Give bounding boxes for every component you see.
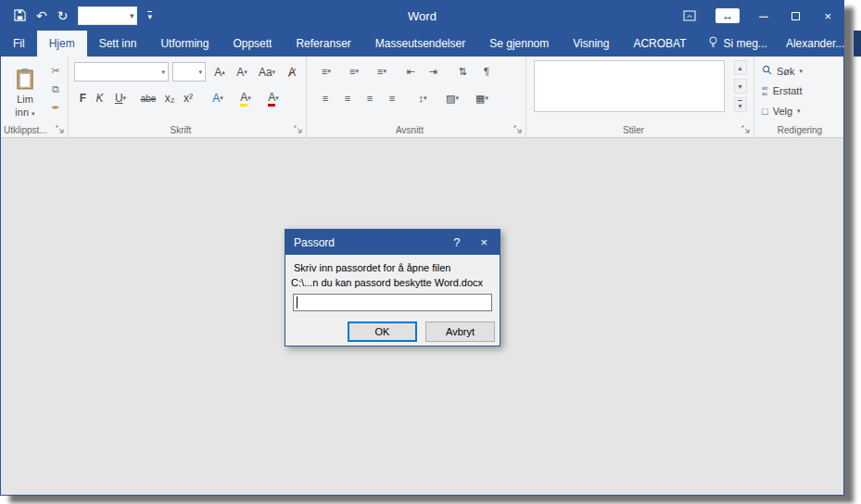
tab-sett-inn[interactable]: Sett inn (87, 31, 149, 57)
dialog-title: Passord (294, 236, 335, 249)
search-icon (762, 65, 772, 77)
styles-scroll-up-button[interactable]: ▴ (734, 60, 747, 75)
tell-me-button[interactable]: Si meg... (699, 31, 777, 57)
text-highlight-color-button[interactable]: A▾ (234, 88, 258, 108)
italic-button[interactable]: K (93, 88, 107, 108)
underline-button[interactable]: U▾ (109, 88, 132, 108)
chevron-down-icon: ▾ (161, 69, 168, 76)
text-effects-button[interactable]: A▾ (206, 88, 230, 108)
align-center-button[interactable]: ≡ (338, 88, 357, 108)
password-input[interactable] (293, 294, 492, 311)
dialog-titlebar[interactable]: Passord ? × (285, 230, 500, 255)
customize-qat-icon[interactable]: ▾ (147, 11, 152, 21)
replace-button[interactable]: abac Erstatt (762, 85, 802, 96)
tab-se-gjennom[interactable]: Se gjennom (477, 31, 561, 57)
clipboard-group-label: Utklippst... (1, 125, 55, 135)
resize-button[interactable]: ↔ (708, 1, 747, 31)
dialog-close-button[interactable]: × (480, 235, 487, 249)
cut-button[interactable]: ✂ (47, 64, 64, 77)
styles-group: ▴ ▾ ▾ Stiler (526, 57, 754, 137)
change-case-button[interactable]: Aa▾ (255, 62, 279, 82)
grow-font-button[interactable]: A▴ (209, 62, 230, 82)
save-icon[interactable] (14, 9, 26, 23)
strikethrough-button[interactable]: abe (137, 88, 159, 108)
tab-visning[interactable]: Visning (561, 31, 621, 57)
align-right-button[interactable]: ≡ (361, 88, 379, 108)
tab-referanser[interactable]: Referanser (284, 31, 362, 57)
font-color-button[interactable]: A▾ (261, 88, 285, 108)
tab-acrobat[interactable]: ACROBAT (621, 31, 698, 57)
borders-icon: ▦ (475, 94, 485, 104)
font-dialog-launcher-icon[interactable] (294, 125, 303, 134)
shading-button[interactable]: ▨▾ (440, 88, 464, 108)
multilevel-list-button[interactable]: ≡▾ (370, 62, 394, 81)
bullets-button[interactable]: ≡▾ (314, 62, 338, 81)
sort-button[interactable]: ⇅ (453, 62, 472, 81)
bold-button[interactable]: F (76, 88, 90, 108)
lightbulb-icon (708, 36, 718, 51)
qat-combobox[interactable]: ▾ (78, 6, 137, 25)
dialog-help-button[interactable]: ? (453, 235, 460, 249)
dialog-message-line1: Skriv inn passordet for å åpne filen (294, 262, 450, 273)
tell-me-label: Si meg... (724, 37, 767, 50)
ribbon-tabs: Fil Hjem Sett inn Utforming Oppsett Refe… (1, 31, 843, 57)
paste-button[interactable]: Lim inn ▾ (5, 60, 45, 125)
styles-scrollbar: ▴ ▾ ▾ (733, 60, 747, 112)
account-button[interactable]: Alexander... (777, 31, 854, 57)
minimize-button[interactable]: ─ (747, 1, 779, 31)
numbering-button[interactable]: ≡▾ (342, 62, 366, 81)
word-window: ↶ ↻ ▾ ▾ Word ↔ ─ × Fil Hjem Sett inn Utf… (0, 0, 844, 496)
format-painter-icon: ✒ (51, 103, 59, 113)
pilcrow-icon: ¶ (484, 67, 489, 77)
replace-label: Erstatt (773, 85, 803, 96)
cancel-button[interactable]: Avbryt (425, 321, 495, 342)
show-formatting-marks-button[interactable]: ¶ (477, 62, 496, 81)
align-left-icon: ≡ (323, 94, 328, 104)
increase-indent-icon: ⇥ (428, 67, 437, 77)
align-left-button[interactable]: ≡ (316, 88, 335, 108)
copy-button[interactable]: ⧉ (47, 82, 64, 95)
superscript-button[interactable]: x² (180, 88, 196, 108)
clear-formatting-button[interactable]: A (283, 62, 301, 82)
tab-hjem[interactable]: Hjem (37, 31, 87, 57)
tab-masseutsendelser[interactable]: Masseutsendelser (363, 31, 477, 57)
chevron-down-icon: ▾ (198, 69, 205, 76)
styles-dialog-launcher-icon[interactable] (741, 125, 751, 134)
clipboard-dialog-launcher-icon[interactable] (56, 125, 65, 134)
paragraph-group: ≡▾ ≡▾ ≡▾ ⇤ ⇥ ⇅ ¶ ≡ ≡ ≡ ≡ ↕▾ ▨▾ ▦▾ Avsnit… (307, 57, 526, 137)
select-button[interactable]: □ Velg ▾ (762, 106, 801, 117)
line-spacing-button[interactable]: ↕▾ (411, 88, 435, 108)
font-name-combobox[interactable]: ▾ (74, 62, 169, 82)
shrink-font-button[interactable]: A▾ (232, 62, 252, 82)
decrease-indent-button[interactable]: ⇤ (401, 62, 420, 81)
font-group-label: Skrift (69, 125, 293, 135)
share-button[interactable]: Del (854, 31, 861, 57)
styles-more-button[interactable]: ▾ (734, 97, 747, 112)
styles-scroll-down-button[interactable]: ▾ (734, 79, 747, 94)
tab-fil[interactable]: Fil (1, 31, 37, 57)
undo-icon[interactable]: ↶ (36, 9, 47, 22)
select-label: Velg (773, 106, 792, 117)
maximize-button[interactable] (779, 1, 812, 31)
justify-button[interactable]: ≡ (383, 88, 401, 108)
borders-button[interactable]: ▦▾ (470, 88, 494, 108)
quick-access-toolbar: ↶ ↻ ▾ ▾ (1, 6, 152, 25)
font-size-combobox[interactable]: ▾ (172, 62, 206, 82)
decrease-indent-icon: ⇤ (406, 67, 414, 77)
tab-oppsett[interactable]: Oppsett (221, 31, 284, 57)
increase-indent-button[interactable]: ⇥ (424, 62, 442, 81)
paragraph-dialog-launcher-icon[interactable] (513, 125, 523, 134)
redo-icon[interactable]: ↻ (57, 9, 69, 22)
find-button[interactable]: Søk ▾ (762, 65, 803, 77)
close-button[interactable]: × (812, 1, 843, 31)
resize-icon: ↔ (715, 8, 740, 23)
tab-utforming[interactable]: Utforming (148, 31, 221, 57)
subscript-button[interactable]: x₂ (161, 88, 178, 108)
styles-gallery[interactable] (534, 60, 725, 112)
paragraph-group-label: Avsnitt (307, 125, 513, 135)
format-painter-button[interactable]: ✒ (47, 101, 64, 114)
font-group: ▾ ▾ A▴ A▾ Aa▾ A F K U▾ abe x₂ x² A▾ A▾ A… (69, 57, 307, 137)
ribbon-display-options-button[interactable] (671, 1, 708, 31)
ok-button[interactable]: OK (348, 321, 417, 342)
titlebar[interactable]: ↶ ↻ ▾ ▾ Word ↔ ─ × (1, 1, 843, 31)
